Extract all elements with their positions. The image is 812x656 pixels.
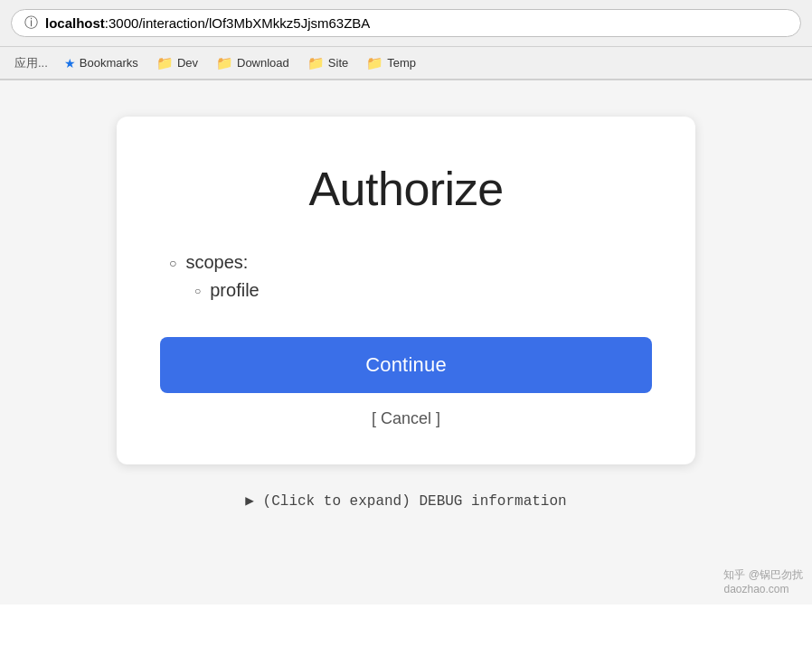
- folder-icon: 📁: [307, 55, 325, 71]
- debug-label: (Click to expand) DEBUG information: [263, 493, 567, 510]
- bookmark-label: Site: [328, 56, 348, 70]
- folder-icon: 📁: [216, 55, 233, 71]
- bookmark-item-temp[interactable]: 📁 Temp: [359, 52, 423, 74]
- bookmarks-bar: 应用... ★ Bookmarks 📁 Dev 📁 Download 📁 Sit…: [0, 47, 812, 80]
- scopes-section: scopes: profile: [160, 252, 652, 305]
- watermark-line2: daozhao.com: [723, 583, 803, 595]
- folder-icon: 📁: [366, 55, 383, 71]
- scope-profile-item: profile: [194, 280, 652, 301]
- watermark: 知乎 @锅巴勿扰 daozhao.com: [723, 567, 803, 595]
- folder-icon: 📁: [156, 55, 174, 71]
- auth-card: Authorize scopes: profile Continue [ Can…: [117, 117, 695, 464]
- address-bar-row: ⓘ localhost:3000/interaction/lOf3MbXMkkz…: [0, 0, 812, 47]
- debug-triangle-icon: ▶: [245, 493, 254, 510]
- bookmark-label: Bookmarks: [80, 56, 138, 70]
- continue-button[interactable]: Continue: [160, 337, 652, 393]
- bookmark-item-site[interactable]: 📁 Site: [300, 52, 355, 74]
- bookmark-label: Dev: [177, 56, 198, 70]
- address-host: localhost: [45, 15, 105, 31]
- auth-title: Authorize: [160, 162, 652, 216]
- cancel-link[interactable]: [ Cancel ]: [160, 409, 652, 428]
- bookmark-item-download[interactable]: 📁 Download: [209, 52, 297, 74]
- debug-bar[interactable]: ▶ (Click to expand) DEBUG information: [245, 492, 566, 510]
- page-content: Authorize scopes: profile Continue [ Can…: [0, 80, 812, 604]
- scopes-label-item: scopes:: [169, 252, 652, 273]
- apps-label[interactable]: 应用...: [9, 52, 53, 74]
- bookmark-label: Temp: [387, 56, 416, 70]
- address-bar[interactable]: ⓘ localhost:3000/interaction/lOf3MbXMkkz…: [11, 9, 801, 37]
- address-path: :3000/interaction/lOf3MbXMkkz5Jjsm63ZBA: [105, 15, 370, 31]
- star-icon: ★: [64, 56, 76, 70]
- bookmark-item-bookmarks[interactable]: ★ Bookmarks: [57, 53, 146, 73]
- info-icon: ⓘ: [24, 14, 38, 32]
- address-text: localhost:3000/interaction/lOf3MbXMkkz5J…: [45, 15, 370, 31]
- bookmark-item-dev[interactable]: 📁 Dev: [149, 52, 205, 74]
- browser-chrome: ⓘ localhost:3000/interaction/lOf3MbXMkkz…: [0, 0, 812, 80]
- scope-list: scopes: profile: [169, 252, 652, 301]
- bookmark-label: Download: [237, 56, 289, 70]
- watermark-line1: 知乎 @锅巴勿扰: [723, 567, 803, 583]
